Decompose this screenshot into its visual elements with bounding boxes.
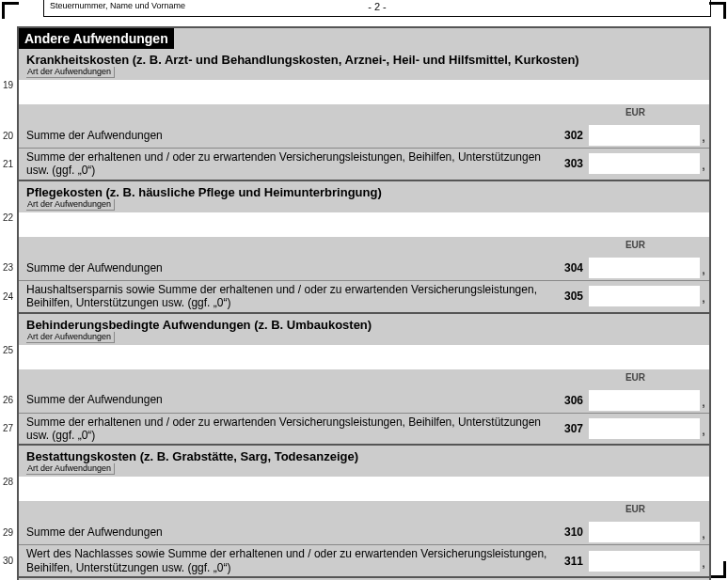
line-number: 20 [0,131,13,141]
field-code: 310 [559,525,587,539]
line-number: 19 [0,80,13,90]
eur-label: EUR [625,372,645,383]
amount-block: EUR29Summe der Aufwendungen310,30Wert de… [19,501,709,576]
form-container: Andere Aufwendungen Krankheitskosten (z.… [17,26,711,580]
amount-row: 21Summe der erhaltenen und / oder zu erw… [19,149,709,180]
amount-input[interactable] [589,522,700,542]
eur-label: EUR [625,240,645,250]
art-label: Art der Aufwendungen [19,332,709,345]
art-input-row[interactable]: 25 [19,345,709,369]
field-code: 302 [559,129,587,142]
decimal-comma: , [700,394,707,411]
amount-input[interactable] [589,153,700,174]
decimal-comma: , [700,157,707,174]
amount-row: 26Summe der Aufwendungen306, [19,388,709,414]
section-header: Pflegekosten (z. B. häusliche Pflege und… [19,180,709,199]
eur-label: EUR [625,504,645,514]
art-input-row[interactable]: 19 [19,80,709,104]
amount-input[interactable] [589,418,700,439]
line-number: 27 [0,423,13,433]
line-number: 22 [0,212,13,223]
amount-row: 23Summe der Aufwendungen304, [19,256,709,281]
decimal-comma: , [700,261,707,278]
amount-row: 20Summe der Aufwendungen302, [19,123,709,149]
decimal-comma: , [700,555,707,572]
field-code: 306 [559,394,587,407]
amount-row: 29Summe der Aufwendungen310, [19,520,709,545]
amount-input[interactable] [589,258,700,278]
section-header: Behinderungsbedingte Aufwendungen (z. B.… [19,312,709,332]
section-header: Krankheitskosten (z. B. Arzt- und Behand… [19,49,709,67]
field-code: 307 [559,422,587,435]
amount-row: 24Haushaltsersparnis sowie Summe der erh… [19,281,709,312]
row-text: Summe der Aufwendungen [19,524,559,541]
amount-input[interactable] [589,286,700,306]
amount-input[interactable] [589,125,700,146]
row-text: Wert des Nachlasses sowie Summe der erha… [19,545,559,576]
row-text: Haushaltsersparnis sowie Summe der erhal… [19,281,559,312]
line-number: 26 [0,395,13,405]
amount-row: 30Wert des Nachlasses sowie Summe der er… [19,545,709,576]
line-number: 21 [0,159,13,169]
decimal-comma: , [700,525,707,542]
amount-block: EUR23Summe der Aufwendungen304,24Haushal… [19,237,709,312]
art-input-row[interactable]: 22 [19,212,709,237]
row-text: Summe der Aufwendungen [19,391,559,408]
crop-mark-tr [709,2,726,19]
line-number: 24 [0,291,13,302]
art-label: Art der Aufwendungen [19,67,709,80]
row-text: Summe der erhaltenen und / oder zu erwar… [19,414,559,445]
line-number: 25 [0,345,13,355]
line-number: 23 [0,262,13,273]
field-code: 311 [559,555,587,568]
row-text: Summe der Aufwendungen [19,127,559,144]
section-sonstige: Sonstige außergewöhnliche Belastungen [19,576,709,580]
amount-input[interactable] [589,390,700,411]
field-code: 304 [559,261,587,274]
row-text: Summe der erhaltenen und / oder zu erwar… [19,149,559,180]
art-input-row[interactable]: 28 [19,477,709,501]
decimal-comma: , [700,290,707,306]
section-header: Bestattungskosten (z. B. Grabstätte, Sar… [19,444,709,463]
header-label: Steuernummer, Name und Vorname [50,1,185,10]
main-title: Andere Aufwendungen [19,28,174,49]
amount-block: EUR20Summe der Aufwendungen302,21Summe d… [19,104,709,180]
amount-block: EUR26Summe der Aufwendungen306,27Summe d… [19,369,709,445]
field-code: 303 [559,157,587,170]
crop-mark-br [709,561,726,578]
line-number: 30 [0,556,13,566]
eur-label: EUR [625,107,645,118]
art-label: Art der Aufwendungen [19,463,709,477]
amount-input[interactable] [589,551,700,572]
row-text: Summe der Aufwendungen [19,259,559,276]
field-code: 305 [559,290,587,303]
amount-row: 27Summe der erhaltenen und / oder zu erw… [19,414,709,445]
art-label: Art der Aufwendungen [19,199,709,212]
decimal-comma: , [700,129,707,146]
page-number: - 2 - [368,1,387,12]
decimal-comma: , [700,422,707,439]
line-number: 29 [0,527,13,538]
header-box: Steuernummer, Name und Vorname - 2 - [43,0,711,17]
line-number: 28 [0,477,13,487]
